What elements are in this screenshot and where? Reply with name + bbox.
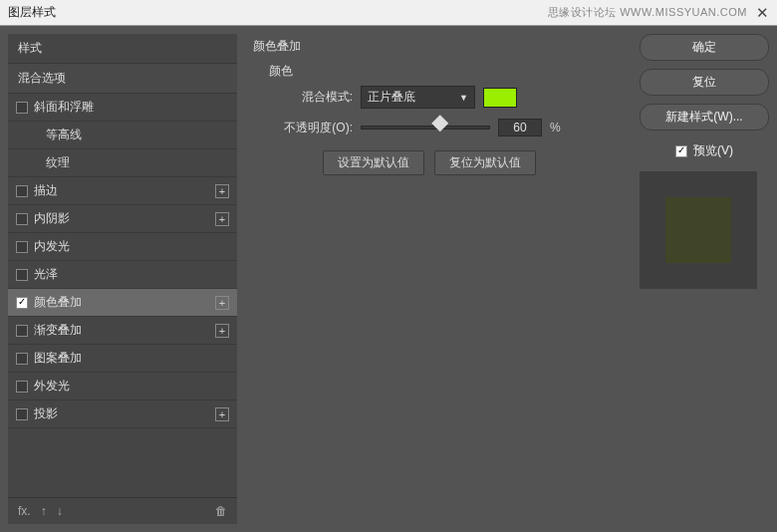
style-label: 图案叠加 — [34, 350, 82, 367]
opacity-unit: % — [550, 121, 561, 134]
style-label: 光泽 — [34, 266, 58, 283]
section-title: 颜色叠加 — [253, 38, 624, 55]
fx-icon[interactable]: fx. — [18, 504, 31, 518]
arrow-down-icon[interactable]: ↓ — [57, 504, 63, 518]
style-label: 投影 — [34, 405, 58, 422]
trash-icon[interactable]: 🗑 — [215, 504, 227, 518]
style-item[interactable]: 颜色叠加+ — [8, 289, 237, 317]
style-checkbox[interactable] — [16, 241, 28, 253]
arrow-up-icon[interactable]: ↑ — [41, 504, 47, 518]
plus-icon[interactable]: + — [215, 324, 229, 338]
style-label: 颜色叠加 — [34, 294, 82, 311]
plus-icon[interactable]: + — [215, 184, 229, 198]
preview-swatch — [665, 197, 731, 263]
style-checkbox[interactable] — [16, 325, 28, 337]
style-label: 描边 — [34, 182, 58, 199]
preview-label: 预览(V) — [693, 142, 733, 159]
main-panel: 颜色叠加 颜色 混合模式: 正片叠底 ▼ 不透明度(O): — [245, 34, 632, 524]
style-item[interactable]: 图案叠加 — [8, 345, 237, 373]
style-label: 等高线 — [46, 127, 82, 143]
style-label: 纹理 — [46, 154, 70, 171]
opacity-label: 不透明度(O): — [263, 120, 353, 136]
new-style-button[interactable]: 新建样式(W)... — [640, 104, 769, 131]
opacity-slider[interactable] — [361, 126, 490, 130]
plus-icon[interactable]: + — [215, 296, 229, 310]
style-label: 斜面和浮雕 — [34, 99, 94, 116]
preview-box — [640, 171, 757, 289]
layer-style-dialog: 图层样式 思缘设计论坛 WWW.MISSYUAN.COM ✕ 样式 混合选项 斜… — [0, 0, 777, 532]
close-icon[interactable]: ✕ — [755, 6, 769, 20]
style-label: 内发光 — [34, 238, 70, 255]
style-item[interactable]: 内发光 — [8, 233, 237, 261]
style-checkbox[interactable] — [16, 353, 28, 365]
style-checkbox[interactable] — [16, 185, 28, 197]
sub-section-title: 颜色 — [269, 63, 614, 80]
watermark: 思缘设计论坛 WWW.MISSYUAN.COM — [548, 5, 747, 20]
sidebar-footer: fx. ↑ ↓ 🗑 — [8, 497, 237, 524]
make-default-button[interactable]: 设置为默认值 — [323, 150, 424, 175]
color-swatch[interactable] — [483, 88, 517, 108]
style-item[interactable]: 纹理 — [8, 149, 237, 177]
style-item[interactable]: 投影+ — [8, 400, 237, 428]
titlebar: 图层样式 思缘设计论坛 WWW.MISSYUAN.COM ✕ — [0, 0, 777, 26]
style-checkbox[interactable] — [16, 297, 28, 309]
blend-mode-dropdown[interactable]: 正片叠底 ▼ — [361, 86, 475, 109]
styles-sidebar: 样式 混合选项 斜面和浮雕等高线纹理描边+内阴影+内发光光泽颜色叠加+渐变叠加+… — [8, 34, 237, 524]
style-checkbox[interactable] — [16, 269, 28, 281]
style-item[interactable]: 内阴影+ — [8, 205, 237, 233]
plus-icon[interactable]: + — [215, 212, 229, 226]
right-column: 确定 复位 新建样式(W)... 预览(V) — [640, 34, 769, 524]
style-checkbox[interactable] — [16, 213, 28, 225]
style-label: 内阴影 — [34, 210, 70, 227]
blending-options-header[interactable]: 混合选项 — [8, 64, 237, 94]
style-item[interactable]: 外发光 — [8, 373, 237, 400]
styles-header[interactable]: 样式 — [8, 34, 237, 64]
reset-default-button[interactable]: 复位为默认值 — [434, 150, 536, 175]
blend-mode-label: 混合模式: — [263, 89, 353, 106]
style-item[interactable]: 斜面和浮雕 — [8, 94, 237, 122]
style-checkbox[interactable] — [16, 102, 28, 114]
slider-thumb[interactable] — [431, 115, 448, 132]
ok-button[interactable]: 确定 — [640, 34, 769, 61]
window-title: 图层样式 — [8, 4, 56, 21]
style-label: 渐变叠加 — [34, 322, 82, 339]
style-checkbox[interactable] — [16, 408, 28, 420]
style-label: 外发光 — [34, 378, 70, 395]
style-item[interactable]: 光泽 — [8, 261, 237, 289]
preview-checkbox[interactable] — [675, 145, 687, 157]
style-item[interactable]: 渐变叠加+ — [8, 317, 237, 345]
style-item[interactable]: 等高线 — [8, 122, 237, 149]
chevron-down-icon: ▼ — [459, 93, 468, 103]
plus-icon[interactable]: + — [215, 407, 229, 421]
opacity-input[interactable] — [498, 119, 542, 136]
cancel-button[interactable]: 复位 — [640, 69, 769, 96]
style-item[interactable]: 描边+ — [8, 177, 237, 205]
style-checkbox[interactable] — [16, 381, 28, 393]
blend-mode-value: 正片叠底 — [368, 89, 415, 106]
